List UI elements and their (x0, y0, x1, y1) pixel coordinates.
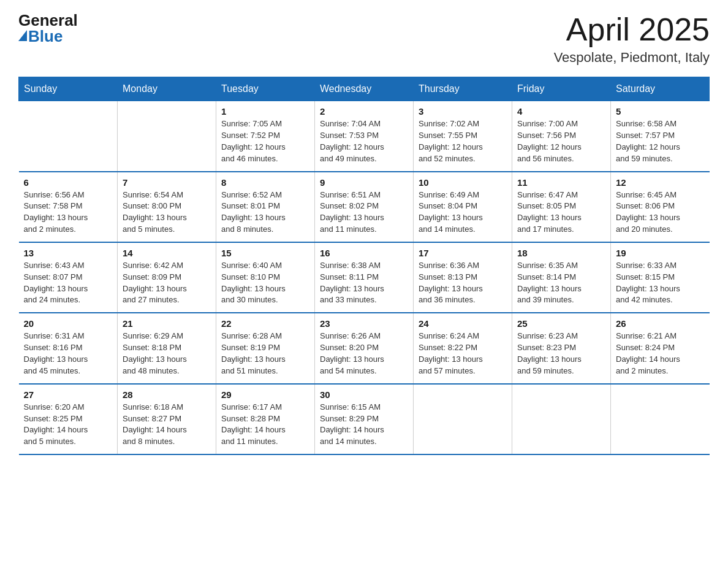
day-cell: 3Sunrise: 7:02 AM Sunset: 7:55 PM Daylig… (414, 101, 512, 172)
day-number: 29 (221, 389, 309, 400)
day-number: 6 (24, 177, 113, 188)
day-info: Sunrise: 6:20 AM Sunset: 8:25 PM Dayligh… (24, 402, 113, 448)
week-row-2: 6Sunrise: 6:56 AM Sunset: 7:58 PM Daylig… (19, 172, 710, 242)
day-info: Sunrise: 6:38 AM Sunset: 8:11 PM Dayligh… (320, 260, 408, 306)
day-info: Sunrise: 7:05 AM Sunset: 7:52 PM Dayligh… (221, 118, 309, 164)
day-number: 19 (616, 248, 705, 258)
page-subtitle: Vespolate, Piedmont, Italy (554, 50, 710, 66)
header-cell-sunday: Sunday (19, 77, 118, 101)
day-number: 3 (419, 106, 507, 117)
day-number: 11 (517, 177, 605, 188)
day-info: Sunrise: 6:58 AM Sunset: 7:57 PM Dayligh… (616, 118, 705, 164)
day-number: 23 (320, 318, 408, 329)
day-cell: 12Sunrise: 6:45 AM Sunset: 8:06 PM Dayli… (611, 172, 710, 242)
day-cell: 25Sunrise: 6:23 AM Sunset: 8:23 PM Dayli… (512, 313, 611, 383)
day-cell: 17Sunrise: 6:36 AM Sunset: 8:13 PM Dayli… (414, 242, 512, 313)
day-info: Sunrise: 7:00 AM Sunset: 7:56 PM Dayligh… (517, 118, 605, 164)
logo-blue-text: Blue (28, 28, 63, 44)
day-number: 26 (616, 318, 705, 329)
day-number: 22 (221, 318, 309, 329)
page-title: April 2025 (554, 12, 710, 47)
title-area: April 2025 Vespolate, Piedmont, Italy (554, 12, 710, 66)
day-info: Sunrise: 6:18 AM Sunset: 8:27 PM Dayligh… (123, 402, 211, 448)
day-number: 20 (24, 318, 113, 329)
day-number: 8 (221, 177, 309, 188)
day-cell (414, 384, 512, 454)
day-cell: 1Sunrise: 7:05 AM Sunset: 7:52 PM Daylig… (216, 101, 315, 172)
week-row-5: 27Sunrise: 6:20 AM Sunset: 8:25 PM Dayli… (19, 384, 710, 454)
day-cell (118, 101, 216, 172)
day-info: Sunrise: 6:23 AM Sunset: 8:23 PM Dayligh… (517, 331, 605, 377)
day-cell: 8Sunrise: 6:52 AM Sunset: 8:01 PM Daylig… (216, 172, 315, 242)
day-info: Sunrise: 6:47 AM Sunset: 8:05 PM Dayligh… (517, 190, 605, 236)
day-number: 27 (24, 389, 113, 400)
day-cell: 4Sunrise: 7:00 AM Sunset: 7:56 PM Daylig… (512, 101, 611, 172)
calendar-body: 1Sunrise: 7:05 AM Sunset: 7:52 PM Daylig… (19, 101, 710, 454)
day-cell: 22Sunrise: 6:28 AM Sunset: 8:19 PM Dayli… (216, 313, 315, 383)
day-info: Sunrise: 6:36 AM Sunset: 8:13 PM Dayligh… (419, 260, 507, 306)
week-row-3: 13Sunrise: 6:43 AM Sunset: 8:07 PM Dayli… (19, 242, 710, 313)
header-cell-monday: Monday (118, 77, 216, 101)
day-cell: 29Sunrise: 6:17 AM Sunset: 8:28 PM Dayli… (216, 384, 315, 454)
day-cell: 15Sunrise: 6:40 AM Sunset: 8:10 PM Dayli… (216, 242, 315, 313)
day-number: 2 (320, 106, 408, 117)
calendar-table: SundayMondayTuesdayWednesdayThursdayFrid… (18, 77, 710, 455)
day-number: 14 (123, 248, 211, 258)
day-cell: 11Sunrise: 6:47 AM Sunset: 8:05 PM Dayli… (512, 172, 611, 242)
day-info: Sunrise: 6:33 AM Sunset: 8:15 PM Dayligh… (616, 260, 705, 306)
day-cell (512, 384, 611, 454)
day-info: Sunrise: 6:51 AM Sunset: 8:02 PM Dayligh… (320, 190, 408, 236)
day-number: 7 (123, 177, 211, 188)
day-cell: 24Sunrise: 6:24 AM Sunset: 8:22 PM Dayli… (414, 313, 512, 383)
page-header: General Blue April 2025 Vespolate, Piedm… (18, 12, 710, 66)
day-cell: 20Sunrise: 6:31 AM Sunset: 8:16 PM Dayli… (19, 313, 118, 383)
day-info: Sunrise: 6:56 AM Sunset: 7:58 PM Dayligh… (24, 190, 113, 236)
day-number: 4 (517, 106, 605, 117)
day-number: 25 (517, 318, 605, 329)
week-row-4: 20Sunrise: 6:31 AM Sunset: 8:16 PM Dayli… (19, 313, 710, 383)
day-cell: 27Sunrise: 6:20 AM Sunset: 8:25 PM Dayli… (19, 384, 118, 454)
day-number: 30 (320, 389, 408, 400)
day-cell (611, 384, 710, 454)
day-cell: 28Sunrise: 6:18 AM Sunset: 8:27 PM Dayli… (118, 384, 216, 454)
day-cell: 19Sunrise: 6:33 AM Sunset: 8:15 PM Dayli… (611, 242, 710, 313)
day-number: 5 (616, 106, 705, 117)
header-cell-thursday: Thursday (414, 77, 512, 101)
day-cell: 18Sunrise: 6:35 AM Sunset: 8:14 PM Dayli… (512, 242, 611, 313)
day-info: Sunrise: 6:15 AM Sunset: 8:29 PM Dayligh… (320, 402, 408, 448)
day-number: 10 (419, 177, 507, 188)
day-cell: 9Sunrise: 6:51 AM Sunset: 8:02 PM Daylig… (315, 172, 414, 242)
day-number: 28 (123, 389, 211, 400)
week-row-1: 1Sunrise: 7:05 AM Sunset: 7:52 PM Daylig… (19, 101, 710, 172)
day-cell: 30Sunrise: 6:15 AM Sunset: 8:29 PM Dayli… (315, 384, 414, 454)
logo-triangle-icon (18, 30, 27, 41)
day-number: 24 (419, 318, 507, 329)
day-info: Sunrise: 6:35 AM Sunset: 8:14 PM Dayligh… (517, 260, 605, 306)
day-number: 1 (221, 106, 309, 117)
calendar-header: SundayMondayTuesdayWednesdayThursdayFrid… (19, 77, 710, 101)
logo: General Blue (18, 12, 78, 44)
day-cell: 26Sunrise: 6:21 AM Sunset: 8:24 PM Dayli… (611, 313, 710, 383)
logo-general-text: General (18, 12, 78, 28)
day-info: Sunrise: 6:29 AM Sunset: 8:18 PM Dayligh… (123, 331, 211, 377)
header-cell-saturday: Saturday (611, 77, 710, 101)
day-info: Sunrise: 6:43 AM Sunset: 8:07 PM Dayligh… (24, 260, 113, 306)
day-info: Sunrise: 6:24 AM Sunset: 8:22 PM Dayligh… (419, 331, 507, 377)
day-cell (19, 101, 118, 172)
header-cell-friday: Friday (512, 77, 611, 101)
day-info: Sunrise: 6:28 AM Sunset: 8:19 PM Dayligh… (221, 331, 309, 377)
day-number: 9 (320, 177, 408, 188)
day-info: Sunrise: 7:04 AM Sunset: 7:53 PM Dayligh… (320, 118, 408, 164)
day-info: Sunrise: 6:42 AM Sunset: 8:09 PM Dayligh… (123, 260, 211, 306)
day-cell: 6Sunrise: 6:56 AM Sunset: 7:58 PM Daylig… (19, 172, 118, 242)
day-info: Sunrise: 7:02 AM Sunset: 7:55 PM Dayligh… (419, 118, 507, 164)
day-cell: 23Sunrise: 6:26 AM Sunset: 8:20 PM Dayli… (315, 313, 414, 383)
day-cell: 13Sunrise: 6:43 AM Sunset: 8:07 PM Dayli… (19, 242, 118, 313)
day-info: Sunrise: 6:49 AM Sunset: 8:04 PM Dayligh… (419, 190, 507, 236)
day-cell: 5Sunrise: 6:58 AM Sunset: 7:57 PM Daylig… (611, 101, 710, 172)
day-info: Sunrise: 6:40 AM Sunset: 8:10 PM Dayligh… (221, 260, 309, 306)
day-cell: 2Sunrise: 7:04 AM Sunset: 7:53 PM Daylig… (315, 101, 414, 172)
day-number: 18 (517, 248, 605, 258)
day-info: Sunrise: 6:54 AM Sunset: 8:00 PM Dayligh… (123, 190, 211, 236)
day-info: Sunrise: 6:17 AM Sunset: 8:28 PM Dayligh… (221, 402, 309, 448)
